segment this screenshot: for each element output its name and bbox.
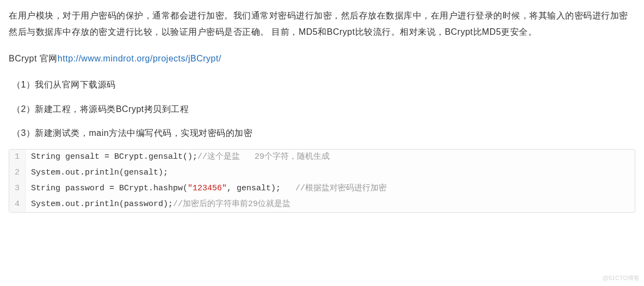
- line-number: 3: [9, 181, 26, 197]
- code-comment: //根据盐对密码进行加密: [295, 184, 387, 193]
- link-paragraph: BCrypt 官网http://www.mindrot.org/projects…: [9, 51, 635, 67]
- intro-paragraph: 在用户模块，对于用户密码的保护，通常都会进行加密。我们通常对密码进行加密，然后存…: [9, 8, 635, 41]
- code-comment: //加密后的字符串前29位就是盐: [173, 200, 290, 209]
- code-line: 4System.out.println(password);//加密后的字符串前…: [9, 197, 635, 213]
- code-string: "123456": [188, 184, 227, 193]
- code-content: System.out.println(gensalt);: [26, 165, 635, 181]
- step-3: （3）新建测试类，main方法中编写代码，实现对密码的加密: [12, 125, 635, 141]
- bcrypt-official-link[interactable]: http://www.mindrot.org/projects/jBCrypt/: [58, 54, 221, 63]
- code-content: System.out.println(password);//加密后的字符串前2…: [26, 197, 635, 213]
- code-line: 1String gensalt = BCrypt.gensalt();//这个是…: [9, 150, 635, 165]
- code-text: String gensalt = BCrypt.gensalt();: [31, 152, 197, 161]
- code-text: System.out.println(gensalt);: [31, 168, 168, 177]
- code-comment: //这个是盐 29个字符，随机生成: [197, 152, 330, 161]
- code-line: 2System.out.println(gensalt);: [9, 165, 635, 181]
- link-prefix: BCrypt 官网: [9, 54, 58, 63]
- code-block: 1String gensalt = BCrypt.gensalt();//这个是…: [9, 149, 635, 213]
- step-2: （2）新建工程，将源码类BCrypt拷贝到工程: [12, 101, 635, 117]
- code-content: String gensalt = BCrypt.gensalt();//这个是盐…: [26, 150, 635, 165]
- line-number: 2: [9, 165, 26, 181]
- line-number: 4: [9, 197, 26, 213]
- step-1: （1）我们从官网下载源码: [12, 77, 635, 93]
- code-text: System.out.println(password);: [31, 200, 173, 209]
- line-number: 1: [9, 150, 26, 165]
- code-text: , gensalt);: [227, 184, 295, 193]
- code-content: String password = BCrypt.hashpw("123456"…: [26, 181, 635, 197]
- code-line: 3String password = BCrypt.hashpw("123456…: [9, 181, 635, 197]
- code-text: String password = BCrypt.hashpw(: [31, 184, 188, 193]
